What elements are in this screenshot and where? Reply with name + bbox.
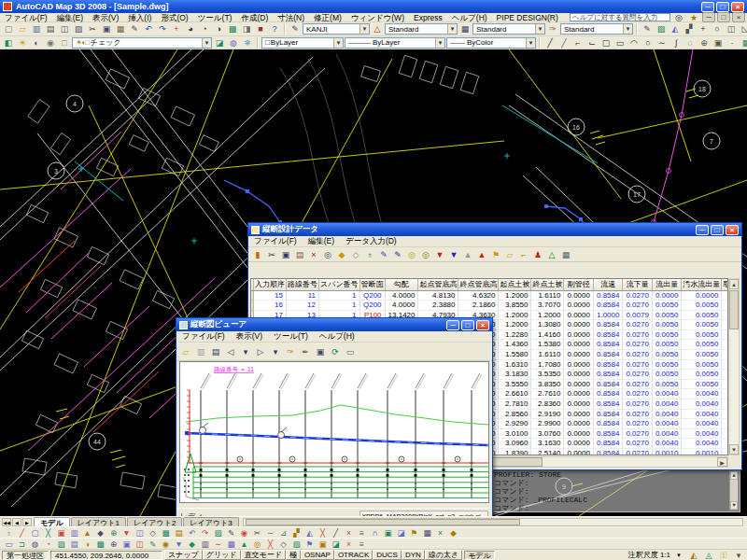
grid-cell[interactable]: 1.4360 <box>499 340 531 350</box>
grid-cell[interactable]: 0.0040 <box>652 428 681 439</box>
grid-cell[interactable]: 0.8584 <box>593 320 622 330</box>
spline-icon[interactable]: ∫ <box>669 37 683 49</box>
map-tool-icon[interactable]: ⚑ <box>408 527 420 538</box>
status-toggle-button[interactable]: 直交モード <box>241 550 286 560</box>
color-combo[interactable]: □ ByLayer▼ <box>261 37 344 49</box>
map-tool-icon[interactable]: ▲ <box>238 539 250 549</box>
grid-cell[interactable]: 0.8584 <box>593 428 622 439</box>
grid-cell[interactable]: 0.0050 <box>652 340 681 350</box>
grid-cell[interactable]: 0.8584 <box>593 399 622 410</box>
map-tool-icon[interactable]: ▢ <box>29 527 41 538</box>
back-icon[interactable]: ◁ <box>224 346 237 357</box>
cut-icon[interactable]: ✂ <box>265 249 278 260</box>
restore-button[interactable]: □ <box>716 2 729 12</box>
grid-cell[interactable]: 0.0050 <box>652 301 681 311</box>
grid-cell[interactable]: 2.8360 <box>531 399 564 410</box>
grid-cell[interactable]: 1.6110 <box>531 350 564 360</box>
grid-cell[interactable]: 3.1630 <box>531 439 564 449</box>
grid-cell[interactable]: 0.0040 <box>652 439 681 449</box>
person-icon[interactable]: ♟ <box>531 249 544 260</box>
ellipse-icon[interactable]: ◌ <box>684 37 697 49</box>
copy-icon[interactable]: ▣ <box>279 249 292 260</box>
grid-column-header[interactable]: 管断面 <box>359 279 385 290</box>
tab-layout3[interactable]: レイアウト3 <box>183 517 238 527</box>
grid-cell[interactable]: 0.8584 <box>593 419 622 429</box>
map-tool-icon[interactable]: ╱ <box>330 527 342 538</box>
star-icon[interactable]: ★ <box>687 12 700 23</box>
menu-item[interactable]: 作成(D) <box>236 13 273 22</box>
polyline-icon[interactable]: ⌙ <box>585 37 599 49</box>
tab-model[interactable]: モデル <box>34 517 70 527</box>
menu-item[interactable]: ウィンドウ(W) <box>346 13 409 22</box>
grid-column-header[interactable]: 汚水流出量 <box>682 279 722 290</box>
coordinate-display[interactable]: 451.4550, 209.2646, 0.0000 <box>50 551 162 560</box>
model-space-button[interactable]: モデル <box>464 551 495 560</box>
make-layer-icon[interactable]: ◪ <box>213 37 226 49</box>
grid-cell[interactable]: 0.0000 <box>564 409 593 419</box>
sheetset-icon[interactable]: ▩ <box>226 23 239 35</box>
menu-item[interactable]: 表示(V) <box>231 331 268 341</box>
grid-cell[interactable]: 0.0000 <box>564 379 593 389</box>
help-icon[interactable]: ? <box>268 23 281 35</box>
grid-cell[interactable]: 0.0000 <box>564 419 593 429</box>
map-tool-icon[interactable]: × <box>434 527 446 538</box>
map-tool-icon[interactable]: ↷ <box>199 527 211 538</box>
layer-freeze-icon[interactable]: ❄ <box>241 37 254 49</box>
new-icon[interactable]: ▢ <box>2 23 15 35</box>
map-tool-icon[interactable]: ◇ <box>277 539 289 549</box>
map-tool-icon[interactable]: ▤ <box>173 527 185 538</box>
grid-cell[interactable]: 1.6110 <box>531 290 564 301</box>
map-tool-icon[interactable]: × <box>343 539 355 549</box>
grid-cell[interactable]: 0.0050 <box>652 320 681 330</box>
hatch-icon[interactable]: ▨ <box>655 23 668 35</box>
refresh-icon[interactable]: ⟳ <box>329 346 342 357</box>
grid-cell[interactable]: 0.0270 <box>623 389 652 399</box>
toolbar-lock-icon[interactable]: ⚿ <box>717 550 730 560</box>
grid-cell[interactable]: 0.0270 <box>623 449 652 456</box>
grid-cell[interactable]: 0.0050 <box>652 370 681 380</box>
tab-layout2[interactable]: レイアウト2 <box>127 517 182 527</box>
scrollbar-thumb[interactable] <box>246 519 520 525</box>
grid-column-header[interactable]: 流出量 <box>652 279 681 290</box>
grid-column-header[interactable]: 路線番号 <box>287 279 319 290</box>
grid-cell[interactable]: 2.9290 <box>499 419 531 429</box>
insert-block-icon[interactable]: ⊕ <box>698 37 711 49</box>
layer-combo[interactable]: ☀◐□ チェック▼ <box>72 37 212 49</box>
district-indicator[interactable]: 第一処理区 <box>2 551 49 560</box>
exit-icon[interactable]: ▮ <box>251 249 264 260</box>
open-icon[interactable]: ▱ <box>179 346 192 357</box>
grid-cell[interactable]: 0.0000 <box>564 320 593 330</box>
close-button[interactable]: × <box>731 2 744 12</box>
menu-item[interactable]: ファイル(F) <box>176 331 231 341</box>
point-icon[interactable]: · <box>726 37 739 49</box>
layer-walk-icon[interactable]: ◍ <box>227 37 240 49</box>
grid-cell[interactable]: Q200 <box>359 301 385 311</box>
annotation-visibility-icon[interactable]: ◭ <box>687 550 700 560</box>
grid-cell[interactable]: 2.1860 <box>458 301 499 311</box>
grid-cell[interactable]: 0.0040 <box>652 399 681 410</box>
grid-cell[interactable]: 4.8130 <box>418 290 458 301</box>
grid-cell[interactable]: 0.0050 <box>652 350 681 360</box>
grid-cell[interactable]: 0.0050 <box>682 329 722 340</box>
grid-cell[interactable]: 0.8584 <box>593 409 622 419</box>
grid-cell[interactable]: 0.0270 <box>623 359 652 370</box>
grid-column-header[interactable]: 起点管底高 <box>418 279 458 290</box>
grid-cell[interactable]: 0.0270 <box>623 399 652 410</box>
grid-cell[interactable]: 16 <box>254 301 287 311</box>
open-icon[interactable]: ▱ <box>16 23 29 35</box>
paste-icon[interactable]: ▤ <box>293 249 306 260</box>
text-style-combo[interactable]: KANJI▼ <box>303 23 370 35</box>
grid-cell[interactable]: 0.8584 <box>593 329 622 340</box>
grid-cell[interactable]: 0.0270 <box>623 340 652 350</box>
grid-column-header[interactable]: 入力順序 <box>254 279 287 290</box>
map-tool-icon[interactable]: ◉ <box>238 527 250 538</box>
map-tool-icon[interactable]: ◭ <box>303 527 316 538</box>
tab-first-button[interactable]: ◀◀ <box>2 518 11 526</box>
layer-iso-icon[interactable]: ◉ <box>44 37 57 49</box>
grid-cell[interactable]: 0.0270 <box>623 329 652 340</box>
layer-manager-icon[interactable]: ◧ <box>2 37 15 49</box>
grid-header-row[interactable]: 入力順序路線番号スパン番号管断面勾配起点管底高終点管底高起点土被終点土被副管径流… <box>251 279 728 290</box>
unlock-icon[interactable]: ◇ <box>349 249 362 260</box>
grid-cell[interactable]: 0.0050 <box>682 340 722 350</box>
map-tool-icon[interactable]: ⊕ <box>107 527 120 538</box>
